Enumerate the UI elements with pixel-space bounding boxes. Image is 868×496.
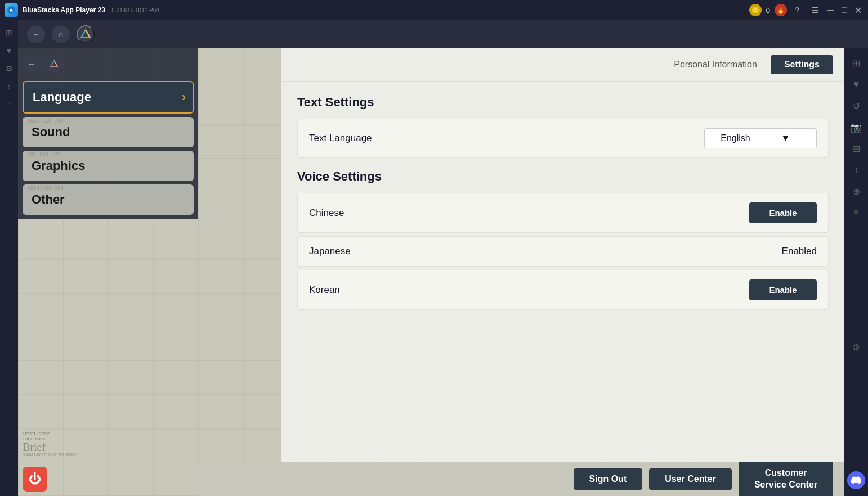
settings-body: Text Settings Text Language English ▼ Vo… [281,82,844,462]
text-language-value: English [714,133,757,143]
title-bar: B BlueStacks App Player 23 5.21.615.1011… [0,0,868,20]
maximize-button[interactable]: □ [839,4,850,16]
sidebar-item-language-label: Language [33,90,184,105]
right-icon-expand[interactable]: ↕ [846,160,866,180]
title-bar-text: BlueStacks App Player 23 5.21.615.1011 P… [23,6,745,14]
sidebar-item-sound[interactable]: 1613-120-743 Sound [23,117,194,147]
sidebar-item-other-label: Other [32,192,185,207]
right-icon-settings[interactable]: ⚙ [846,337,866,357]
app-version: 5.21.615.1011 P64 [111,7,159,13]
left-nav-strip: ⊞ ♥ ⚙ ↕ ≡ [0,20,18,496]
coin-icon: 🪙 [749,4,762,16]
right-icon-menu[interactable]: ≡ [846,202,866,223]
right-icon-zoom[interactable]: ⊕ [846,181,866,201]
voice-japanese-label: Japanese [309,246,351,257]
customer-service-button[interactable]: Customer Service Center [739,462,833,496]
app-logo: B [5,3,18,17]
title-bar-controls: 🪙 0 🔥 ? ☰ ─ □ ✕ [749,2,863,18]
power-button[interactable]: ⏻ [23,467,47,492]
text-language-label: Text Language [309,133,372,144]
nav-icon-2[interactable]: ♥ [1,43,17,58]
game-area: ← 1072-541-615 Language [18,48,868,496]
game-background: ← 1072-541-615 Language [18,48,844,496]
voice-chinese-label: Chinese [309,208,344,219]
app-content: ← ⌂ ← [18,20,868,496]
nav-icon-3[interactable]: ⚙ [1,61,17,76]
right-icon-layout[interactable]: ⊟ [846,138,866,159]
text-language-row: Text Language English ▼ [297,119,829,158]
main-layout: ⊞ ♥ ⚙ ↕ ≡ ← ⌂ [0,20,868,496]
help-icon[interactable]: ? [789,2,805,18]
svg-text:B: B [10,8,14,13]
japanese-enabled-text: Enabled [782,246,817,257]
voice-chinese-row: Chinese Enable [297,193,829,233]
sidebar-item-language-arrow: › [182,90,186,105]
discord-icon[interactable] [847,471,865,489]
nav-icon-5[interactable]: ≡ [1,97,17,112]
right-sidebar: ⊞ ♥ ↺ 📷 ⊟ ↕ ⊕ ≡ ⚙ [844,48,868,496]
voice-korean-label: Korean [309,285,340,296]
chinese-enable-button[interactable]: Enable [749,202,817,223]
sign-out-button[interactable]: Sign Out [574,468,643,490]
voice-settings-section: Voice Settings Chinese Enable Japanese E… [297,169,829,310]
user-center-button[interactable]: User Center [649,468,732,490]
settings-header: Personal Information Settings [281,48,844,82]
settings-tab[interactable]: Settings [771,55,833,74]
right-icon-heart[interactable]: ♥ [846,74,866,94]
korean-enable-button[interactable]: Enable [749,279,817,300]
coin-count: 0 [766,6,770,15]
app-name: BlueStacks App Player 23 [23,6,105,14]
home-button[interactable]: ⌂ [52,25,70,43]
voice-korean-row: Korean Enable [297,270,829,310]
personal-info-tab[interactable]: Personal Information [660,55,771,74]
back-button[interactable]: ← [27,25,45,43]
menu-icon[interactable]: ☰ [807,2,823,18]
bottom-action-buttons: Sign Out User Center Customer Service Ce… [198,462,844,496]
dropdown-arrow-icon: ▼ [764,133,807,143]
nav-icon-1[interactable]: ⊞ [1,25,17,40]
app-topbar: ← ⌂ [18,20,868,48]
right-icon-grid[interactable]: ⊞ [846,53,866,73]
voice-settings-title: Voice Settings [297,169,829,184]
settings-panel: Personal Information Settings Text Setti… [281,48,844,462]
sidebar-item-graphics[interactable]: 789-200-279 Graphics [23,151,194,181]
close-button[interactable]: ✕ [852,4,863,16]
text-language-dropdown[interactable]: English ▼ [704,128,817,148]
right-icon-camera[interactable]: 📷 [846,117,866,137]
svg-line-4 [86,30,90,38]
svg-marker-2 [81,30,90,38]
sidebar-item-sound-label: Sound [32,125,185,139]
fire-icon: 🔥 [775,4,787,16]
text-settings-title: Text Settings [297,95,829,110]
minimize-button[interactable]: ─ [825,4,836,16]
right-icon-refresh[interactable]: ↺ [846,96,866,116]
voice-japanese-row: Japanese Enabled [297,236,829,267]
signature-area: LEVEL: 37/50 Soul'Fauna Brief 000411-063… [23,431,77,457]
drive-button[interactable] [77,25,95,43]
sidebar-item-graphics-label: Graphics [32,159,185,173]
sidebar-item-language[interactable]: 1072-541-615 Language › [23,81,194,114]
nav-icon-4[interactable]: ↕ [1,79,17,94]
sidebar-item-other[interactable]: 1679-366-283 Other [23,184,194,215]
